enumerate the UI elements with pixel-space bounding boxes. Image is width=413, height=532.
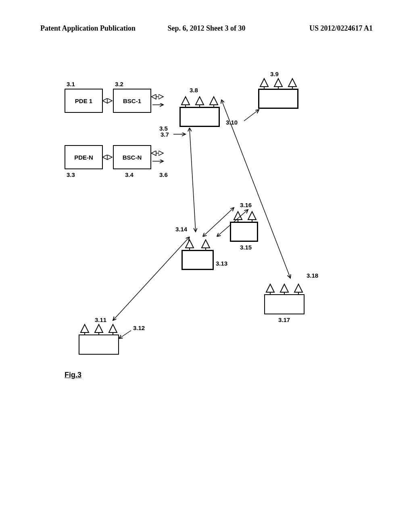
bts-3-8 <box>179 107 220 127</box>
label-3-1: 3.1 <box>67 81 75 87</box>
header-left: Patent Application Publication <box>40 24 151 33</box>
antenna-icon <box>232 210 244 222</box>
pde-n-box: PDE-N <box>65 145 103 169</box>
antenna-icon <box>272 77 284 89</box>
label-3-13: 3.13 <box>216 260 227 267</box>
bsc-1-box: BSC-1 <box>113 89 151 113</box>
bts-3-13 <box>181 250 214 270</box>
label-3-7: 3.7 <box>161 131 169 138</box>
page-header: Patent Application Publication Sep. 6, 2… <box>0 24 413 33</box>
bsc-n-box: BSC-N <box>113 145 151 169</box>
antenna-icon <box>286 77 298 89</box>
antenna-icon <box>200 238 212 250</box>
label-3-15: 3.15 <box>240 244 252 251</box>
antenna-icon <box>107 322 119 335</box>
svg-line-8 <box>190 129 196 232</box>
antenna-icon <box>93 322 105 335</box>
header-center: Sep. 6, 2012 Sheet 3 of 30 <box>151 24 262 33</box>
bts-3-9 <box>258 89 298 109</box>
antenna-icon <box>292 282 305 294</box>
label-3-8: 3.8 <box>190 87 198 94</box>
label-3-16: 3.16 <box>240 202 252 208</box>
svg-line-10 <box>204 208 234 236</box>
label-3-2: 3.2 <box>115 81 123 87</box>
antenna-icon <box>79 322 91 335</box>
label-3-9: 3.9 <box>270 71 279 77</box>
bts-3-11 <box>79 335 119 355</box>
bts-3-17 <box>264 294 305 314</box>
label-3-11: 3.11 <box>95 316 106 323</box>
svg-line-13 <box>119 330 131 339</box>
diagram: PDE 1 BSC-1 PDE-N BSC-N 3.1 3.2 3.3 3.4 … <box>65 73 347 443</box>
svg-line-12 <box>113 238 189 320</box>
antenna-icon <box>264 282 276 294</box>
antenna-icon <box>194 95 206 107</box>
antenna-icon <box>208 95 220 107</box>
label-3-10: 3.10 <box>226 119 238 126</box>
label-3-3: 3.3 <box>67 171 75 178</box>
header-right: US 2012/0224617 A1 <box>262 24 373 33</box>
svg-line-9 <box>222 101 290 278</box>
label-3-17: 3.17 <box>278 316 290 323</box>
label-3-4: 3.4 <box>125 171 133 178</box>
antenna-icon <box>258 77 270 89</box>
label-3-14: 3.14 <box>175 226 187 233</box>
figure-label: Fig.3 <box>65 371 81 379</box>
pde-1-box: PDE 1 <box>65 89 103 113</box>
bts-3-15 <box>230 222 258 242</box>
antenna-icon <box>184 238 196 250</box>
antenna-icon <box>278 282 290 294</box>
label-3-18: 3.18 <box>307 272 318 279</box>
label-3-12: 3.12 <box>133 324 145 331</box>
label-3-6: 3.6 <box>159 171 168 178</box>
antenna-icon <box>179 95 192 107</box>
svg-line-7 <box>244 110 259 121</box>
antenna-icon <box>246 210 258 222</box>
